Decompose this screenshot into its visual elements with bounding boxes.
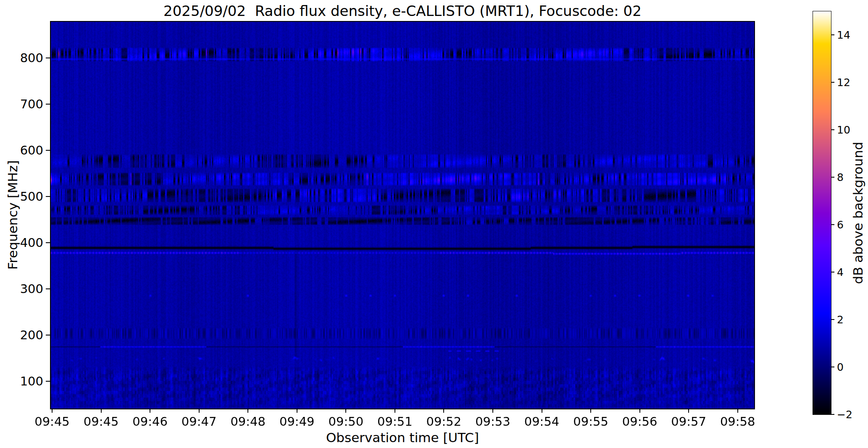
- colorbar-tick-mark: [831, 34, 834, 35]
- colorbar-tick-label: −2: [837, 409, 852, 421]
- y-tick-label: 400: [0, 236, 43, 250]
- x-tick-mark: [590, 409, 591, 413]
- x-tick-label: 09:54: [524, 414, 560, 429]
- colorbar-tick-label: 2: [837, 314, 844, 326]
- x-tick-mark: [737, 409, 738, 413]
- x-tick-label: 09:57: [671, 414, 706, 429]
- x-tick-label: 09:47: [181, 414, 217, 429]
- x-tick-mark: [639, 409, 640, 413]
- spectrogram-figure: 2025/09/02 Radio flux density, e-CALLIST…: [0, 0, 868, 448]
- x-tick-mark: [150, 409, 150, 413]
- x-tick-label: 09:49: [279, 414, 315, 429]
- x-tick-mark: [395, 409, 395, 413]
- colorbar-tick-mark: [831, 82, 834, 83]
- y-tick-mark: [46, 381, 50, 382]
- colorbar-label: dB above background: [850, 141, 865, 284]
- x-tick-label: 09:48: [230, 414, 266, 429]
- x-tick-label: 09:53: [475, 414, 510, 429]
- y-tick-label: 800: [0, 51, 43, 65]
- x-tick-mark: [247, 409, 248, 413]
- x-tick-label: 09:56: [622, 414, 658, 429]
- colorbar-tick-mark: [831, 272, 834, 272]
- colorbar-tick-mark: [831, 367, 834, 367]
- x-tick-mark: [199, 409, 200, 413]
- colorbar-tick-mark: [831, 319, 834, 320]
- x-tick-mark: [443, 409, 444, 413]
- x-tick-label: 09:51: [377, 414, 413, 429]
- y-tick-label: 700: [0, 97, 43, 111]
- y-tick-mark: [46, 288, 50, 289]
- x-tick-mark: [688, 409, 689, 413]
- y-tick-mark: [46, 196, 50, 197]
- x-tick-mark: [52, 409, 53, 413]
- colorbar-tick-mark: [831, 414, 834, 415]
- colorbar-tick-label: 6: [837, 219, 844, 231]
- y-tick-mark: [46, 335, 50, 335]
- colorbar-tick-mark: [831, 224, 834, 225]
- x-tick-mark: [297, 409, 297, 413]
- chart-title: 2025/09/02 Radio flux density, e-CALLIST…: [51, 3, 754, 19]
- colorbar-tick-label: 8: [837, 171, 844, 183]
- colorbar-tick-label: 12: [837, 76, 850, 89]
- x-tick-label: 09:45: [34, 414, 70, 429]
- x-tick-label: 09:50: [329, 414, 364, 429]
- x-tick-mark: [492, 409, 493, 413]
- y-tick-label: 300: [0, 282, 43, 296]
- x-tick-label: 09:58: [720, 414, 755, 429]
- x-tick-mark: [542, 409, 542, 413]
- x-tick-mark: [345, 409, 346, 413]
- y-tick-mark: [46, 242, 50, 243]
- y-tick-label: 500: [0, 189, 43, 204]
- x-tick-label: 09:55: [573, 414, 608, 429]
- x-tick-label: 09:52: [426, 414, 462, 429]
- colorbar-tick-label: 4: [837, 266, 844, 278]
- y-tick-mark: [46, 104, 50, 105]
- x-axis-label: Observation time [UTC]: [326, 430, 479, 445]
- y-tick-label: 200: [0, 328, 43, 342]
- colorbar-canvas: [813, 11, 831, 414]
- y-axis-label: Frequency [MHz]: [5, 160, 20, 270]
- colorbar-tick-label: 10: [837, 124, 850, 136]
- colorbar-tick-mark: [831, 177, 834, 178]
- y-tick-mark: [46, 58, 50, 58]
- y-tick-mark: [46, 150, 50, 151]
- y-tick-label: 600: [0, 143, 43, 157]
- colorbar-tick-label: 0: [837, 361, 844, 373]
- x-tick-label: 09:45: [84, 414, 119, 429]
- colorbar-tick-label: 14: [837, 29, 850, 41]
- y-tick-label: 100: [0, 374, 43, 388]
- x-tick-mark: [101, 409, 102, 413]
- x-tick-label: 09:46: [132, 414, 168, 429]
- colorbar-tick-mark: [831, 129, 834, 130]
- spectrogram-canvas: [51, 22, 754, 409]
